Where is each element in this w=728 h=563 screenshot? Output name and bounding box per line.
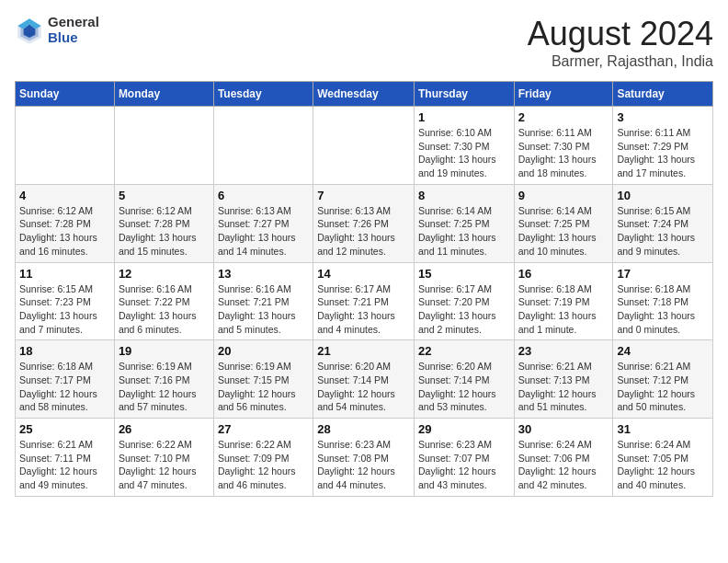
day-number: 22 xyxy=(418,344,510,358)
day-info: Sunrise: 6:11 AMSunset: 7:29 PMDaylight:… xyxy=(617,126,709,180)
day-number: 8 xyxy=(418,189,510,202)
day-info: Sunrise: 6:18 AMSunset: 7:19 PMDaylight:… xyxy=(518,282,609,337)
day-info: Sunrise: 6:12 AMSunset: 7:28 PMDaylight:… xyxy=(119,204,210,259)
day-number: 7 xyxy=(317,189,410,202)
day-cell: 22Sunrise: 6:20 AMSunset: 7:14 PMDayligh… xyxy=(414,340,514,419)
day-info: Sunrise: 6:19 AMSunset: 7:15 PMDaylight:… xyxy=(218,360,309,414)
week-row-5: 25Sunrise: 6:21 AMSunset: 7:11 PMDayligh… xyxy=(16,419,713,497)
day-cell xyxy=(313,107,415,185)
day-cell: 24Sunrise: 6:21 AMSunset: 7:12 PMDayligh… xyxy=(613,340,713,419)
col-header-monday: Monday xyxy=(114,82,213,107)
day-info: Sunrise: 6:20 AMSunset: 7:14 PMDaylight:… xyxy=(418,360,510,414)
day-number: 27 xyxy=(218,422,309,436)
day-number: 25 xyxy=(19,422,110,436)
day-cell: 7Sunrise: 6:13 AMSunset: 7:26 PMDaylight… xyxy=(313,184,415,262)
title-block: August 2024 Barmer, Rajasthan, India xyxy=(528,15,713,70)
col-header-thursday: Thursday xyxy=(414,82,514,107)
week-row-2: 4Sunrise: 6:12 AMSunset: 7:28 PMDaylight… xyxy=(16,184,713,262)
day-cell: 17Sunrise: 6:18 AMSunset: 7:18 PMDayligh… xyxy=(613,262,713,340)
day-number: 13 xyxy=(218,267,309,281)
day-info: Sunrise: 6:18 AMSunset: 7:17 PMDaylight:… xyxy=(19,360,110,414)
day-info: Sunrise: 6:23 AMSunset: 7:08 PMDaylight:… xyxy=(317,438,410,492)
day-cell: 4Sunrise: 6:12 AMSunset: 7:28 PMDaylight… xyxy=(16,184,115,262)
day-number: 14 xyxy=(317,267,410,281)
day-cell: 31Sunrise: 6:24 AMSunset: 7:05 PMDayligh… xyxy=(613,419,713,497)
day-number: 24 xyxy=(617,344,709,358)
day-number: 2 xyxy=(518,110,609,124)
week-row-3: 11Sunrise: 6:15 AMSunset: 7:23 PMDayligh… xyxy=(16,262,713,340)
day-number: 29 xyxy=(418,422,510,436)
location-title: Barmer, Rajasthan, India xyxy=(528,53,713,70)
day-info: Sunrise: 6:24 AMSunset: 7:05 PMDaylight:… xyxy=(617,438,709,492)
day-info: Sunrise: 6:14 AMSunset: 7:25 PMDaylight:… xyxy=(418,204,510,259)
day-cell: 27Sunrise: 6:22 AMSunset: 7:09 PMDayligh… xyxy=(213,419,313,497)
day-cell: 9Sunrise: 6:14 AMSunset: 7:25 PMDaylight… xyxy=(514,184,613,262)
day-info: Sunrise: 6:13 AMSunset: 7:27 PMDaylight:… xyxy=(218,204,309,259)
day-number: 12 xyxy=(119,267,210,281)
day-cell: 1Sunrise: 6:10 AMSunset: 7:30 PMDaylight… xyxy=(414,107,514,185)
day-number: 16 xyxy=(518,267,609,281)
day-of-week-header: SundayMondayTuesdayWednesdayThursdayFrid… xyxy=(16,82,713,107)
day-number: 3 xyxy=(617,110,709,124)
day-cell: 30Sunrise: 6:24 AMSunset: 7:06 PMDayligh… xyxy=(514,419,613,497)
day-cell: 5Sunrise: 6:12 AMSunset: 7:28 PMDaylight… xyxy=(114,184,213,262)
day-number: 17 xyxy=(617,267,709,281)
day-cell: 23Sunrise: 6:21 AMSunset: 7:13 PMDayligh… xyxy=(514,340,613,419)
day-cell: 25Sunrise: 6:21 AMSunset: 7:11 PMDayligh… xyxy=(16,419,115,497)
day-cell: 8Sunrise: 6:14 AMSunset: 7:25 PMDaylight… xyxy=(414,184,514,262)
day-info: Sunrise: 6:15 AMSunset: 7:23 PMDaylight:… xyxy=(19,282,110,337)
day-info: Sunrise: 6:10 AMSunset: 7:30 PMDaylight:… xyxy=(418,126,510,180)
day-info: Sunrise: 6:13 AMSunset: 7:26 PMDaylight:… xyxy=(317,204,410,259)
logo-general: General xyxy=(48,15,99,30)
col-header-friday: Friday xyxy=(514,82,613,107)
day-cell: 19Sunrise: 6:19 AMSunset: 7:16 PMDayligh… xyxy=(114,340,213,419)
day-cell: 11Sunrise: 6:15 AMSunset: 7:23 PMDayligh… xyxy=(16,262,115,340)
day-info: Sunrise: 6:21 AMSunset: 7:13 PMDaylight:… xyxy=(518,360,609,414)
day-info: Sunrise: 6:24 AMSunset: 7:06 PMDaylight:… xyxy=(518,438,609,492)
day-number: 26 xyxy=(119,422,210,436)
week-row-1: 1Sunrise: 6:10 AMSunset: 7:30 PMDaylight… xyxy=(16,107,713,185)
col-header-wednesday: Wednesday xyxy=(313,82,415,107)
day-info: Sunrise: 6:21 AMSunset: 7:12 PMDaylight:… xyxy=(617,360,709,414)
day-cell: 13Sunrise: 6:16 AMSunset: 7:21 PMDayligh… xyxy=(213,262,313,340)
day-number: 11 xyxy=(19,267,110,281)
day-number: 30 xyxy=(518,422,609,436)
day-cell: 15Sunrise: 6:17 AMSunset: 7:20 PMDayligh… xyxy=(414,262,514,340)
day-cell: 21Sunrise: 6:20 AMSunset: 7:14 PMDayligh… xyxy=(313,340,415,419)
day-cell xyxy=(114,107,213,185)
day-info: Sunrise: 6:19 AMSunset: 7:16 PMDaylight:… xyxy=(119,360,210,414)
logo-blue: Blue xyxy=(48,30,99,46)
day-cell xyxy=(16,107,115,185)
day-cell: 12Sunrise: 6:16 AMSunset: 7:22 PMDayligh… xyxy=(114,262,213,340)
col-header-sunday: Sunday xyxy=(16,82,115,107)
day-info: Sunrise: 6:11 AMSunset: 7:30 PMDaylight:… xyxy=(518,126,609,180)
day-cell: 20Sunrise: 6:19 AMSunset: 7:15 PMDayligh… xyxy=(213,340,313,419)
day-cell: 28Sunrise: 6:23 AMSunset: 7:08 PMDayligh… xyxy=(313,419,415,497)
day-info: Sunrise: 6:15 AMSunset: 7:24 PMDaylight:… xyxy=(617,204,709,259)
day-number: 5 xyxy=(119,189,210,202)
logo-text: General Blue xyxy=(48,15,99,45)
day-number: 20 xyxy=(218,344,309,358)
day-number: 6 xyxy=(218,189,309,202)
month-title: August 2024 xyxy=(528,15,713,53)
day-cell: 10Sunrise: 6:15 AMSunset: 7:24 PMDayligh… xyxy=(613,184,713,262)
day-info: Sunrise: 6:16 AMSunset: 7:22 PMDaylight:… xyxy=(119,282,210,337)
day-cell: 26Sunrise: 6:22 AMSunset: 7:10 PMDayligh… xyxy=(114,419,213,497)
day-info: Sunrise: 6:14 AMSunset: 7:25 PMDaylight:… xyxy=(518,204,609,259)
day-info: Sunrise: 6:12 AMSunset: 7:28 PMDaylight:… xyxy=(19,204,110,259)
week-row-4: 18Sunrise: 6:18 AMSunset: 7:17 PMDayligh… xyxy=(16,340,713,419)
day-cell: 6Sunrise: 6:13 AMSunset: 7:27 PMDaylight… xyxy=(213,184,313,262)
calendar-body: 1Sunrise: 6:10 AMSunset: 7:30 PMDaylight… xyxy=(16,107,713,497)
page-header: General Blue August 2024 Barmer, Rajasth… xyxy=(15,15,713,70)
day-number: 31 xyxy=(617,422,709,436)
day-info: Sunrise: 6:21 AMSunset: 7:11 PMDaylight:… xyxy=(19,438,110,492)
day-info: Sunrise: 6:22 AMSunset: 7:09 PMDaylight:… xyxy=(218,438,309,492)
day-cell: 2Sunrise: 6:11 AMSunset: 7:30 PMDaylight… xyxy=(514,107,613,185)
day-number: 18 xyxy=(19,344,110,358)
col-header-tuesday: Tuesday xyxy=(213,82,313,107)
day-cell: 16Sunrise: 6:18 AMSunset: 7:19 PMDayligh… xyxy=(514,262,613,340)
day-cell: 18Sunrise: 6:18 AMSunset: 7:17 PMDayligh… xyxy=(16,340,115,419)
day-number: 15 xyxy=(418,267,510,281)
day-cell: 14Sunrise: 6:17 AMSunset: 7:21 PMDayligh… xyxy=(313,262,415,340)
day-cell: 3Sunrise: 6:11 AMSunset: 7:29 PMDaylight… xyxy=(613,107,713,185)
